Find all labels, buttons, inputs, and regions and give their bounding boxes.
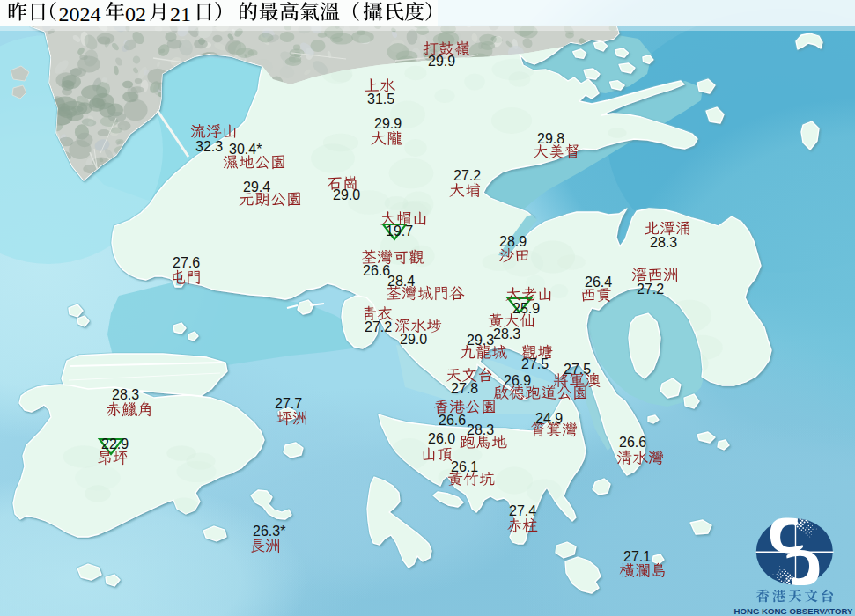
- svg-text:29.4: 29.4: [243, 180, 270, 194]
- svg-text:26.4: 26.4: [585, 275, 612, 290]
- svg-text:29.9: 29.9: [374, 116, 402, 131]
- svg-text:27.2: 27.2: [365, 319, 392, 334]
- svg-text:31.5: 31.5: [367, 92, 394, 106]
- svg-text:28.3: 28.3: [467, 422, 494, 437]
- svg-text:30.4*: 30.4*: [229, 142, 262, 157]
- svg-text:29.3: 29.3: [467, 333, 494, 348]
- svg-text:26.6: 26.6: [619, 435, 646, 450]
- svg-text:19.7: 19.7: [386, 224, 413, 238]
- svg-text:26.6: 26.6: [439, 413, 466, 428]
- svg-text:28.3: 28.3: [493, 326, 520, 341]
- svg-text:HONG KONG OBSERVATORY: HONG KONG OBSERVATORY: [734, 606, 853, 616]
- svg-text:29.0: 29.0: [333, 187, 360, 202]
- svg-text:29.9: 29.9: [428, 54, 455, 69]
- svg-text:28.3: 28.3: [650, 235, 677, 250]
- svg-text:27.2: 27.2: [453, 168, 481, 183]
- svg-text:26.9: 26.9: [504, 373, 531, 388]
- svg-text:24.9: 24.9: [535, 411, 563, 426]
- svg-text:29.8: 29.8: [537, 131, 564, 146]
- svg-text:27.5: 27.5: [521, 356, 549, 371]
- svg-text:27.7: 27.7: [275, 396, 302, 411]
- svg-text:27.5: 27.5: [564, 362, 591, 377]
- svg-text:27.6: 27.6: [173, 255, 200, 270]
- svg-text:27.1: 27.1: [623, 549, 651, 564]
- svg-text:22.9: 22.9: [101, 436, 129, 451]
- svg-text:26.3*: 26.3*: [253, 524, 285, 539]
- svg-text:28.3: 28.3: [112, 387, 139, 402]
- svg-text:2024: 2024: [59, 3, 101, 26]
- svg-text:26.0: 26.0: [428, 431, 455, 446]
- svg-text:28.4: 28.4: [387, 274, 415, 289]
- svg-text:29.0: 29.0: [400, 332, 427, 347]
- svg-text:25.9: 25.9: [512, 301, 540, 316]
- svg-text:26.6: 26.6: [363, 263, 390, 278]
- svg-text:02: 02: [125, 3, 146, 26]
- svg-text:26.1: 26.1: [451, 459, 478, 474]
- svg-text:27.8: 27.8: [451, 381, 478, 396]
- svg-text:28.9: 28.9: [499, 234, 527, 249]
- svg-text:27.4: 27.4: [509, 503, 536, 518]
- svg-text:21: 21: [170, 3, 191, 26]
- svg-text:32.3: 32.3: [195, 139, 223, 154]
- svg-text:27.2: 27.2: [637, 282, 664, 297]
